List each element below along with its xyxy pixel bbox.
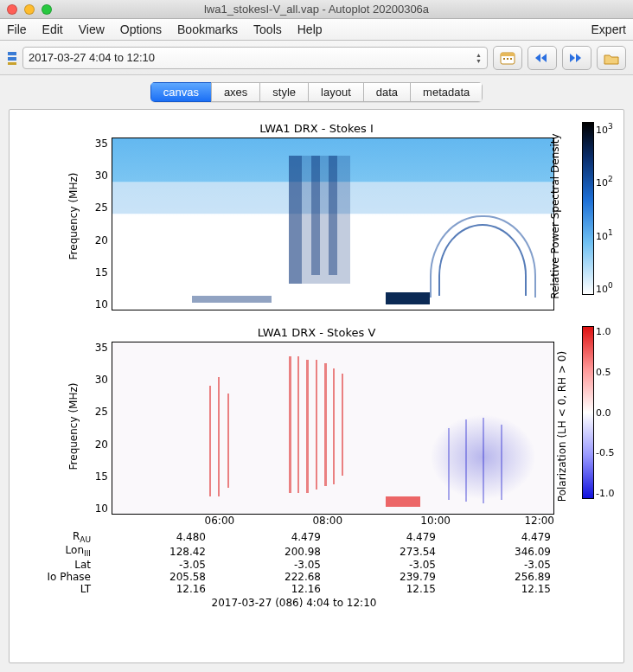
svg-marker-8 — [541, 54, 547, 62]
svg-marker-10 — [570, 54, 575, 62]
menu-bookmarks[interactable]: Bookmarks — [177, 22, 238, 36]
colorbar-stokes-v — [582, 326, 594, 499]
colorbar-ticks: 103102101100 — [596, 122, 620, 295]
colorbar-label: Relative Power Spectral Density — [548, 133, 560, 298]
x-axis-caption: 2017-03-27 (086) 4:04 to 12:10 — [34, 597, 554, 609]
y-axis-label: Frequency (MHz) — [67, 173, 80, 260]
table-row: LonIII 128.42 200.98 273.54 346.09 — [34, 544, 554, 558]
menu-options[interactable]: Options — [120, 22, 162, 36]
chart-stokes-i: LWA1 DRX - Stokes I Frequency (MHz) 35 3… — [79, 122, 554, 310]
next-button[interactable] — [562, 46, 591, 70]
folder-icon — [604, 51, 619, 65]
chart-stokes-v: LWA1 DRX - Stokes V Frequency (MHz) 35 3… — [79, 326, 554, 527]
zoom-icon[interactable] — [42, 4, 52, 15]
toolbar: 2017-03-27 4:04 to 12:10 ▲▼ — [0, 41, 633, 75]
window-controls — [7, 4, 52, 15]
table-row: Lat -3.05 -3.05 -3.05 -3.05 — [34, 559, 554, 571]
plot-panel[interactable]: LWA1 DRX - Stokes I Frequency (MHz) 35 3… — [9, 109, 624, 663]
svg-rect-2 — [8, 62, 16, 65]
tab-style[interactable]: style — [259, 82, 308, 102]
y-axis-ticks: 35 30 25 20 15 10 — [79, 138, 112, 310]
svg-rect-6 — [507, 58, 508, 60]
tab-metadata[interactable]: metadata — [410, 82, 483, 102]
chart-title: LWA1 DRX - Stokes V — [79, 326, 554, 339]
menu-expert[interactable]: Expert — [591, 22, 626, 36]
table-row: LT 12.16 12.16 12.15 12.15 — [34, 583, 554, 595]
minimize-icon[interactable] — [24, 4, 35, 15]
spectrogram-stokes-v[interactable] — [112, 342, 554, 515]
colorbar-ticks: 1.0 0.5 0.0 -0.5 -1.0 — [596, 326, 620, 499]
svg-rect-0 — [8, 52, 16, 55]
svg-rect-7 — [510, 58, 512, 60]
tab-axes[interactable]: axes — [211, 82, 259, 102]
timerange-value: 2017-03-27 4:04 to 12:10 — [29, 51, 155, 64]
content-area: canvas axes style layout data metadata L… — [0, 75, 633, 672]
menu-view[interactable]: View — [79, 22, 105, 36]
menu-edit[interactable]: Edit — [42, 22, 63, 36]
tab-bar: canvas axes style layout data metadata — [9, 82, 624, 102]
svg-rect-5 — [503, 58, 505, 60]
colorbar-stokes-i — [582, 122, 594, 295]
timerange-input[interactable]: 2017-03-27 4:04 to 12:10 ▲▼ — [22, 47, 488, 69]
y-axis-ticks: 35 30 25 20 15 10 — [79, 342, 112, 515]
titlebar: lwa1_stokesI-V_all.vap - Autoplot 202003… — [0, 0, 633, 19]
svg-marker-11 — [576, 54, 581, 62]
prev-button[interactable] — [528, 46, 557, 70]
svg-rect-1 — [8, 57, 16, 61]
menu-tools[interactable]: Tools — [253, 22, 282, 36]
table-row: RAU 4.480 4.479 4.479 4.479 — [34, 530, 554, 544]
tab-canvas[interactable]: canvas — [150, 82, 211, 102]
rewind-icon — [534, 52, 550, 64]
y-axis-label: Frequency (MHz) — [67, 383, 80, 470]
chart-title: LWA1 DRX - Stokes I — [79, 122, 554, 135]
menu-file[interactable]: File — [7, 22, 27, 36]
colorbar-label: Polarization (LH < 0, RH > 0) — [556, 351, 568, 502]
x-axis-times: 06:00 08:00 10:00 12:00 — [112, 515, 554, 527]
tab-layout[interactable]: layout — [308, 82, 363, 102]
open-file-button[interactable] — [597, 46, 626, 70]
close-icon[interactable] — [7, 4, 17, 15]
table-row: Io Phase 205.58 222.68 239.79 256.89 — [34, 571, 554, 583]
menubar: File Edit View Options Bookmarks Tools H… — [0, 19, 633, 41]
forward-icon — [569, 52, 585, 64]
app-window: lwa1_stokesI-V_all.vap - Autoplot 202003… — [0, 0, 633, 672]
menu-help[interactable]: Help — [297, 22, 323, 36]
timebar-icon — [7, 49, 17, 67]
svg-rect-4 — [501, 53, 515, 56]
spectrogram-stokes-i[interactable] — [112, 138, 554, 310]
calendar-icon — [500, 51, 515, 65]
calendar-button[interactable] — [493, 46, 522, 70]
ephemeris-table: RAU 4.480 4.479 4.479 4.479 LonIII 128.4… — [34, 530, 554, 609]
stepper-icon[interactable]: ▲▼ — [476, 52, 482, 64]
window-title: lwa1_stokesI-V_all.vap - Autoplot 202003… — [0, 3, 633, 16]
svg-marker-9 — [535, 54, 540, 62]
tab-data[interactable]: data — [363, 82, 410, 102]
